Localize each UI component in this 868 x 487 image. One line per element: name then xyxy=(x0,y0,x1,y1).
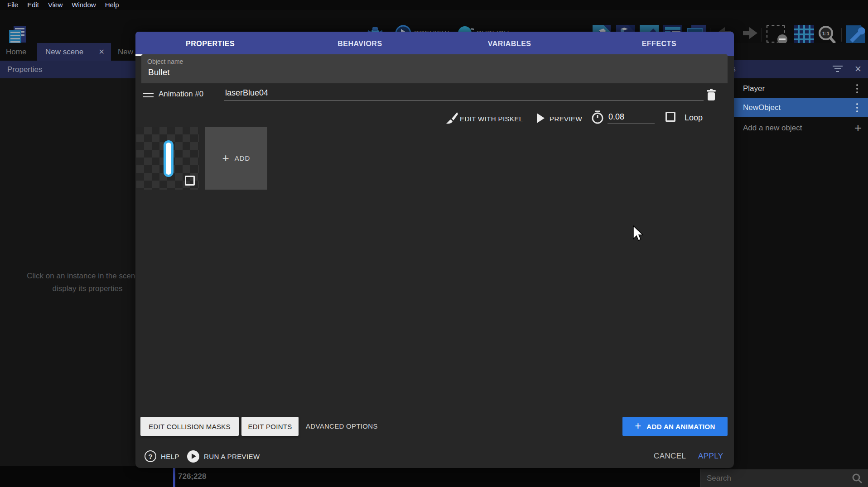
tab-new-scene-label: New scene xyxy=(45,48,83,57)
dialog-tab-effects[interactable]: EFFECTS xyxy=(584,32,734,56)
add-frame-button[interactable]: + ADD xyxy=(205,127,267,190)
run-preview-icon xyxy=(187,450,199,463)
edit-with-piskel-button[interactable]: EDIT WITH PISKEL xyxy=(460,115,523,123)
object-editor-dialog: PROPERTIES BEHAVIORS VARIABLES EFFECTS O… xyxy=(135,32,734,468)
edit-collision-masks-button[interactable]: EDIT COLLISION MASKS xyxy=(140,417,239,436)
advanced-options-button[interactable]: ADVANCED OPTIONS xyxy=(306,417,378,436)
cursor-coordinates: 726;228 xyxy=(178,466,206,487)
search-icon xyxy=(852,473,863,484)
animation-name-input[interactable] xyxy=(224,86,704,100)
zoom-one-to-one-icon[interactable]: 1:1 xyxy=(817,25,838,45)
preview-animation-icon xyxy=(536,113,545,123)
tab-new-scene[interactable]: New scene ✕ xyxy=(37,43,111,61)
toolbar-separator xyxy=(841,28,842,42)
add-object-plus-icon[interactable]: + xyxy=(854,121,862,135)
delete-animation-button[interactable] xyxy=(703,86,720,104)
time-between-frames-input[interactable] xyxy=(608,110,655,124)
object-menu-icon[interactable] xyxy=(856,103,858,112)
object-name-label: Object name xyxy=(147,58,183,65)
help-button[interactable]: ? HELP xyxy=(145,446,179,466)
plus-icon: + xyxy=(635,420,641,432)
add-an-animation-button[interactable]: + ADD AN ANIMATION xyxy=(622,417,728,436)
object-menu-icon[interactable] xyxy=(856,84,858,93)
help-icon: ? xyxy=(145,450,156,462)
dialog-tab-behaviors[interactable]: BEHAVIORS xyxy=(285,32,434,56)
panel-divider xyxy=(173,466,175,487)
object-search-input[interactable] xyxy=(706,469,842,487)
close-tab-icon[interactable]: ✕ xyxy=(99,48,105,56)
dialog-tab-bar: PROPERTIES BEHAVIORS VARIABLES EFFECTS xyxy=(135,32,734,56)
menu-file[interactable]: File xyxy=(3,0,23,10)
object-search-bar xyxy=(700,469,868,487)
close-panel-icon[interactable]: ✕ xyxy=(852,60,864,78)
preview-animation-button[interactable]: PREVIEW xyxy=(550,115,582,123)
laser-bullet-sprite xyxy=(164,140,174,177)
object-name-field: Object name xyxy=(141,54,728,83)
filter-icon[interactable] xyxy=(832,66,843,73)
animation-frame-thumbnail[interactable] xyxy=(136,127,199,190)
object-name: NewObject xyxy=(743,103,781,112)
properties-panel-title: Properties xyxy=(7,65,42,74)
timer-icon xyxy=(591,110,604,124)
tab-home[interactable]: Home xyxy=(6,43,26,61)
apply-button[interactable]: APPLY xyxy=(698,446,723,466)
add-frame-label: ADD xyxy=(235,154,251,162)
plus-icon: + xyxy=(222,151,229,165)
drag-handle-icon[interactable] xyxy=(143,93,154,99)
animation-title: Animation #0 xyxy=(159,90,203,99)
object-name-input[interactable] xyxy=(147,67,691,78)
gdevelop-window: File Edit View Window Help PREVIEW xyxy=(0,0,868,487)
edit-points-button[interactable]: EDIT POINTS xyxy=(241,417,299,436)
menu-view[interactable]: View xyxy=(43,0,67,10)
tab-partial[interactable]: New xyxy=(118,43,133,61)
dialog-tab-properties[interactable]: PROPERTIES xyxy=(135,32,285,56)
deselect-all-icon[interactable] xyxy=(767,25,785,43)
trash-icon xyxy=(706,89,717,101)
toolbar-separator xyxy=(762,28,762,42)
piskel-brush-icon xyxy=(445,111,458,124)
frame-select-checkbox[interactable] xyxy=(185,176,195,186)
menu-edit[interactable]: Edit xyxy=(23,0,43,10)
menu-help[interactable]: Help xyxy=(101,0,124,10)
run-a-preview-button[interactable]: RUN A PREVIEW xyxy=(187,446,260,466)
grid-icon[interactable] xyxy=(794,25,814,44)
loop-checkbox[interactable] xyxy=(665,112,675,122)
menu-bar: File Edit View Window Help xyxy=(0,0,868,10)
tools-wrench-icon[interactable] xyxy=(845,24,866,44)
object-name: Player xyxy=(743,84,765,93)
cancel-button[interactable]: CANCEL xyxy=(654,446,686,466)
menu-window[interactable]: Window xyxy=(67,0,100,10)
mouse-cursor xyxy=(632,225,645,243)
scene-status-bar: 726;228 xyxy=(0,466,700,487)
svg-text:1:1: 1:1 xyxy=(822,31,829,36)
add-object-label: Add a new object xyxy=(743,124,802,133)
dialog-tab-variables[interactable]: VARIABLES xyxy=(435,32,584,56)
redo-icon[interactable] xyxy=(738,26,759,42)
loop-label: Loop xyxy=(685,113,703,123)
